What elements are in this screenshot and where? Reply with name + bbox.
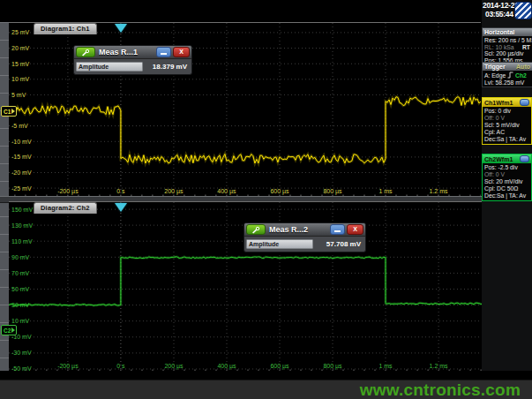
meas-popup-1-titlebar[interactable]: Meas R...1 X (74, 46, 191, 59)
ch1-dec: Dec:Sa | TA: Av (484, 136, 529, 143)
x-tick-label: 400 µs (217, 363, 236, 370)
ch1-scl: Scl: 5 mV/div (484, 122, 529, 129)
meas-settings-button[interactable] (246, 224, 266, 235)
right-arrow-icon (11, 109, 15, 114)
minimize-button[interactable] (330, 224, 345, 235)
trigger-level: Lvl: 58.258 mV (484, 79, 530, 87)
x-tick-label: 1 ms (378, 188, 393, 194)
y-tick-label: -25 mV (11, 185, 32, 192)
waveform-ch1 (9, 97, 481, 163)
dialog-icon[interactable] (520, 99, 529, 106)
trigger-mode: Auto (516, 64, 530, 70)
y-tick-label: 10 mV (11, 318, 30, 324)
horizontal-rl: RL: 10 kSa (484, 44, 514, 51)
ch2-pos: Pos: -2.5 div (484, 164, 529, 171)
meas-popup-2-title: Meas R...2 (267, 225, 328, 234)
x-tick-label: 800 µs (323, 188, 342, 195)
ch1-pos: Pos: 0 div (484, 108, 529, 115)
trigger-source: Ch2 (515, 72, 527, 79)
y-tick-label: 50 mV (11, 286, 30, 292)
y-tick-label: 15 mV (11, 61, 30, 67)
y-tick-label: -10 mV (11, 139, 32, 145)
meas-popup-1: Meas R...1 X Amplitude 18.379 mV (73, 45, 192, 75)
waveform-glow (9, 97, 481, 163)
x-tick-label: 800 µs (323, 363, 342, 370)
x-tick-label: 200 µs (164, 363, 184, 370)
diagram2-tab[interactable]: Diagram2: Ch2 (34, 202, 97, 214)
meas-popup-1-row: Amplitude 18.379 mV (74, 59, 191, 74)
trigger-position-marker-ch2[interactable] (115, 203, 127, 212)
dialog-icon[interactable] (520, 155, 529, 162)
trigger-position-marker-ch1[interactable] (115, 24, 127, 33)
close-icon: X (179, 48, 184, 56)
x-tick-label: 200 µs (164, 188, 184, 195)
x-tick-label: 600 µs (270, 363, 289, 370)
ch1-off: Off: 0 V (484, 115, 529, 122)
y-tick-label: 70 mV (11, 270, 30, 276)
y-tick-label: 150 mV (11, 207, 33, 213)
wrench-icon (251, 226, 260, 234)
x-tick-label: 600 µs (270, 188, 289, 195)
waveform-ch2 (9, 257, 527, 305)
x-tick-label: 1 ms (378, 363, 393, 369)
minimize-icon (334, 230, 341, 232)
wrench-icon (81, 49, 90, 56)
bottom-gap (0, 371, 532, 380)
meas-popup-2-row: Amplitude 57.708 mV (244, 237, 365, 252)
close-button[interactable]: X (173, 47, 190, 57)
meas-1-value: 18.379 mV (153, 63, 190, 71)
ch1wfm1-panel[interactable]: Ch1Wfm1 Pos: 0 div Off: 0 V Scl: 5 mV/di… (482, 97, 532, 145)
meas-popup-2-titlebar[interactable]: Meas R...2 X (244, 223, 365, 237)
meas-popup-2: Meas R...2 X Amplitude 57.708 mV (244, 222, 366, 252)
waveform-glow (9, 257, 527, 305)
trigger-a-label: A: (484, 72, 490, 79)
meas-settings-button[interactable] (76, 47, 95, 57)
meas-popup-1-title: Meas R...1 (97, 48, 154, 56)
meas-2-value: 57.708 mV (326, 240, 363, 248)
x-tick-label: 400 µs (217, 188, 236, 195)
horizontal-panel-title: Horizontal (484, 29, 514, 35)
ch1wfm1-title: Ch1Wfm1 (484, 100, 513, 106)
horizontal-scl: Scl: 200 µs/div (484, 50, 530, 57)
horizontal-res: Res: 200 ns / 5 MSa/s (484, 37, 530, 44)
watermark-text: www.cntronics.com (360, 380, 521, 399)
horizontal-rt: RT (522, 44, 530, 51)
trigger-panel[interactable]: Trigger Auto A: Edge Ch2 Lvl: 58.258 mV (482, 62, 532, 87)
horizontal-panel[interactable]: Horizontal Res: 200 ns / 5 MSa/s RL: 10 … (482, 27, 532, 65)
close-icon: X (353, 225, 357, 234)
y-tick-label: 110 mV (11, 238, 33, 245)
x-tick-label: 1.2 ms (430, 363, 449, 369)
y-tick-label: 20 mV (11, 45, 30, 51)
y-tick-label: -30 mV (11, 350, 32, 356)
trigger-type: Edge (491, 72, 506, 79)
ch2-ground-label: C2 (4, 327, 11, 334)
datetime-box: 2014-12-22 03:55:44 (482, 1, 532, 26)
right-arrow-icon (11, 327, 15, 333)
y-tick-label: 90 mV (11, 254, 30, 260)
bottom-bar: www.cntronics.com (0, 380, 532, 399)
x-tick-label: -200 µs (57, 188, 79, 195)
minimize-button[interactable] (156, 47, 171, 57)
settings-sidebar: 2014-12-22 03:55:44 Horizontal Res: 200 … (482, 0, 532, 380)
diagram1-tab[interactable]: Diagram1: Ch1 (34, 23, 97, 34)
minimize-icon (161, 53, 167, 55)
ch2-ground-level-marker[interactable]: C2 (1, 325, 17, 335)
y-tick-label: 25 mV (11, 29, 30, 35)
rohde-schwarz-logo-icon (514, 2, 532, 19)
meas-1-label: Amplitude (76, 62, 143, 72)
y-tick-label: -5 mV (11, 123, 28, 129)
x-tick-label: 0 s (116, 363, 125, 369)
x-tick-label: 0 s (116, 188, 125, 194)
y-tick-label: -15 mV (11, 154, 32, 160)
ch2-cpl: Cpl: DC 50Ω (484, 185, 529, 192)
y-tick-label: 10 mV (11, 76, 30, 82)
y-tick-label: 130 mV (11, 222, 33, 229)
ch1-ground-level-marker[interactable]: C1 (1, 106, 17, 117)
ch2-off: Off: 0 V (484, 171, 529, 178)
oscilloscope-screen: 25 mV20 mV15 mV10 mV5 mV-5 mV-10 mV-15 m… (0, 0, 532, 399)
ch2-dec: Dec:Sa | TA: Av (484, 192, 529, 200)
ch1-ground-label: C1 (4, 109, 11, 115)
close-button[interactable]: X (347, 224, 363, 235)
ch2wfm1-panel[interactable]: Ch2Wfm1 Pos: -2.5 div Off: 0 V Scl: 20 m… (482, 154, 532, 201)
y-tick-label: 5 mV (11, 92, 26, 98)
